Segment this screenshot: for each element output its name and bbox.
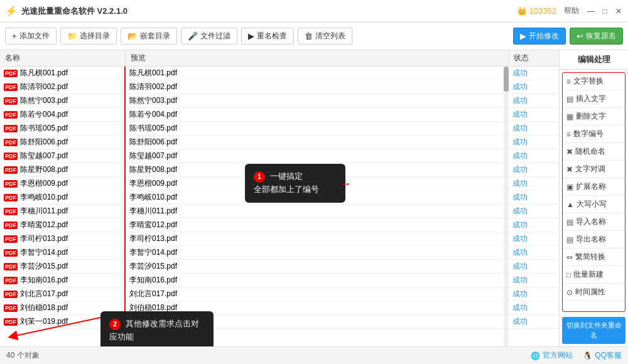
file-status-item: 成功 xyxy=(509,301,559,315)
sidebar-item-11[interactable]: □批量新建 xyxy=(563,266,625,284)
file-preview-item[interactable]: 李知南016.pdf xyxy=(126,274,507,287)
add-file-button[interactable]: + 添加文件 xyxy=(5,28,57,45)
sidebar-item-label: 数字编号 xyxy=(573,129,604,139)
file-preview-item[interactable]: 陈然宁003.pdf xyxy=(126,94,507,108)
sidebar-item-icon: ▣ xyxy=(566,183,573,191)
sidebar-item-icon: ⊙ xyxy=(566,288,573,297)
file-name-item[interactable]: PDF李穗川011.pdf xyxy=(0,205,124,218)
select-dir-button[interactable]: 📁 选择目录 xyxy=(60,28,117,45)
sidebar-item-label: 时间属性 xyxy=(575,287,605,297)
file-name-item[interactable]: PDF李晴鸾012.pdf xyxy=(0,218,124,232)
sidebar-item-12[interactable]: ⊙时间属性 xyxy=(563,284,625,301)
file-name-item[interactable]: PDF李知南016.pdf xyxy=(0,274,124,287)
object-count: 40 个对象 xyxy=(6,350,40,361)
app-icon: ⚡ xyxy=(5,5,18,17)
file-preview-item[interactable]: 陈玺越007.pdf xyxy=(126,149,507,163)
file-name-item[interactable]: PDF陈舒阳006.pdf xyxy=(0,136,124,149)
sidebar-item-icon: ▲ xyxy=(566,200,574,209)
file-name-item[interactable]: PDF陈凡棋001.pdf xyxy=(0,67,124,80)
sidebar-item-icon: ≡ xyxy=(566,130,571,139)
file-preview-item[interactable]: 陈清羽002.pdf xyxy=(126,80,507,94)
file-preview-item[interactable]: 李芸汐015.pdf xyxy=(126,260,507,274)
sidebar-item-label: 删除文字 xyxy=(576,111,606,122)
file-preview-item[interactable]: 李司柠013.pdf xyxy=(126,232,507,246)
sidebar-item-icon: ▤ xyxy=(566,218,573,227)
file-list-wrapper: PDF陈凡棋001.pdfPDF陈清羽002.pdfPDF陈然宁003.pdfP… xyxy=(0,67,559,346)
file-preview-item[interactable]: 陈若兮004.pdf xyxy=(126,108,507,122)
file-name-item[interactable]: PDF李暂宁014.pdf xyxy=(0,246,124,260)
maximize-button[interactable]: □ xyxy=(600,7,609,16)
sidebar-item-4[interactable]: ✖随机命名 xyxy=(563,143,625,161)
tooltip-text2: 其他修改需求点击对应功能 xyxy=(109,319,199,341)
file-name-item[interactable]: PDF陈玺越007.pdf xyxy=(0,149,124,163)
crown-area: 👑 103352 xyxy=(517,6,556,16)
globe-icon: 🌐 xyxy=(531,351,540,360)
file-preview-item[interactable]: 刘北言017.pdf xyxy=(126,287,507,301)
file-status-item: 成功 xyxy=(509,287,559,301)
file-name-item[interactable]: PDF李恩楷009.pdf xyxy=(0,177,124,191)
pdf-badge: PDF xyxy=(4,318,18,326)
file-preview-item[interactable]: 陈舒阳006.pdf xyxy=(126,136,507,149)
sidebar-switch-button[interactable]: 切换到文件夹重命名 xyxy=(562,317,625,344)
file-preview-item[interactable]: 李暂宁014.pdf xyxy=(126,246,507,260)
sidebar-item-7[interactable]: ▲大写小写 xyxy=(563,196,625,213)
col-header-name: 名称 xyxy=(0,50,126,66)
bottombar: 40 个对象 🌐 官方网站 🐧 QQ客服 xyxy=(0,346,628,364)
file-name-item[interactable]: PDF陈若兮004.pdf xyxy=(0,108,124,122)
sidebar-item-0[interactable]: ≡文字替换 xyxy=(563,73,625,90)
sidebar-item-5[interactable]: ✖文字对调 xyxy=(563,161,625,178)
main-scrollbar[interactable] xyxy=(504,67,509,346)
sidebar-item-9[interactable]: ▤导出名称 xyxy=(563,231,625,249)
file-name-item[interactable]: PDF刘北言017.pdf xyxy=(0,287,124,301)
file-preview-item[interactable]: 李穗川011.pdf xyxy=(126,205,507,218)
column-headers: 名称 预览 状态 xyxy=(0,50,559,67)
titlebar: ⚡ 光速批量重命名软件 V2.2.1.0 👑 103352 帮助 — □ ✕ xyxy=(0,0,628,23)
sidebar-title: 编辑处理 xyxy=(560,50,628,70)
qq-service-link[interactable]: 🐧 QQ客服 xyxy=(583,350,622,361)
sidebar-item-2[interactable]: ▦删除文字 xyxy=(563,108,625,126)
file-status-item: 成功 xyxy=(509,94,559,108)
rename-check-button[interactable]: ▶ 重名检查 xyxy=(241,28,294,45)
file-status-item: 成功 xyxy=(509,232,559,246)
file-name-item[interactable]: PDF陈然宁003.pdf xyxy=(0,94,124,108)
close-button[interactable]: ✕ xyxy=(614,7,623,16)
pdf-badge: PDF xyxy=(4,222,18,229)
sidebar-item-icon: ▦ xyxy=(566,112,573,121)
sidebar-item-1[interactable]: ▤插入文字 xyxy=(563,90,625,108)
sidebar-item-8[interactable]: ▤导入名称 xyxy=(563,213,625,231)
file-filter-icon: 🎤 xyxy=(188,31,198,41)
file-name-item[interactable]: PDF李鸣岐010.pdf xyxy=(0,191,124,205)
official-site-link[interactable]: 🌐 官方网站 xyxy=(531,350,573,361)
file-status-item: 成功 xyxy=(509,122,559,136)
file-name-item[interactable]: PDF陈书瑶005.pdf xyxy=(0,122,124,136)
file-status-item: 成功 xyxy=(509,177,559,191)
sidebar-item-10[interactable]: ⇔繁简转换 xyxy=(563,249,625,266)
sidebar-item-label: 扩展名称 xyxy=(576,181,606,192)
help-button[interactable]: 帮助 xyxy=(564,6,579,16)
file-name-item[interactable]: PDF陈星野008.pdf xyxy=(0,163,124,177)
content-area: 名称 预览 状态 PDF陈凡棋001.pdfPDF陈清羽002.pdfPDF陈然… xyxy=(0,50,559,346)
sidebar-item-6[interactable]: ▣扩展名称 xyxy=(563,178,625,196)
file-name-item[interactable]: PDF陈清羽002.pdf xyxy=(0,80,124,94)
file-preview-item[interactable]: 陈凡棋001.pdf xyxy=(126,67,507,80)
sidebar-item-label: 随机命名 xyxy=(575,146,605,157)
nested-dir-button[interactable]: 📂 嵌套目录 xyxy=(121,28,177,45)
pdf-badge: PDF xyxy=(4,125,18,132)
sidebar-item-3[interactable]: ≡数字编号 xyxy=(563,126,625,143)
clear-list-button[interactable]: 🗑 清空列表 xyxy=(298,28,352,45)
file-name-item[interactable]: PDF李芸汐015.pdf xyxy=(0,260,124,274)
file-status-item: 成功 xyxy=(509,80,559,94)
file-name-item[interactable]: PDF李司柠013.pdf xyxy=(0,232,124,246)
file-filter-button[interactable]: 🎤 文件过滤 xyxy=(181,28,237,45)
minimize-button[interactable]: — xyxy=(587,7,595,16)
file-preview-item[interactable]: 陈书瑶005.pdf xyxy=(126,122,507,136)
titlebar-right: 👑 103352 帮助 — □ ✕ xyxy=(517,6,623,16)
restore-name-button[interactable]: ↩ 恢复原名 xyxy=(570,28,623,45)
tooltip-other-functions: 2 其他修改需求点击对应功能 xyxy=(100,311,214,346)
sidebar-item-icon: ▤ xyxy=(566,235,573,244)
pdf-badge: PDF xyxy=(4,83,18,91)
col-header-status: 状态 xyxy=(509,50,559,66)
file-preview-item[interactable]: 李晴鸾012.pdf xyxy=(126,218,507,232)
start-modify-button[interactable]: ▶ 开始修改 xyxy=(513,28,566,45)
nested-dir-icon: 📂 xyxy=(127,31,138,41)
